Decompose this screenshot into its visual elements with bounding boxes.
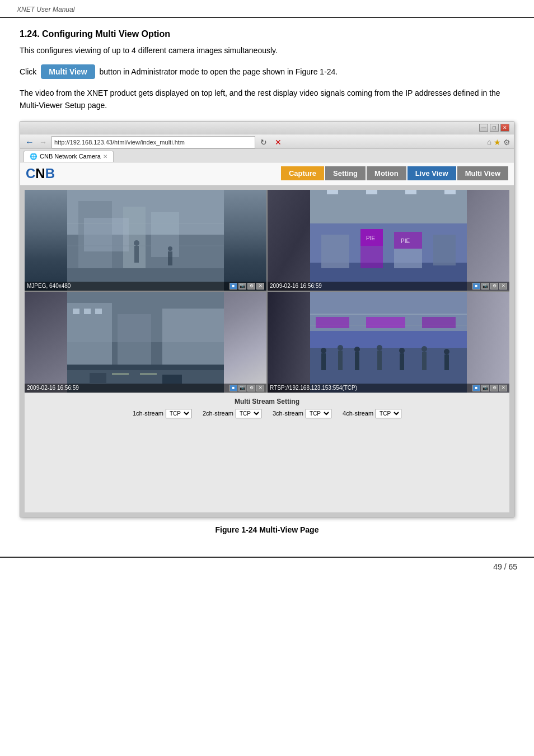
svg-rect-36 <box>95 309 102 314</box>
stream-controls: 1ch-stream TCP 2ch-stream TCP <box>30 409 504 418</box>
camera-image-4 <box>268 292 509 393</box>
stream-2-label: 2ch-stream <box>203 410 233 417</box>
multi-view-button[interactable]: Multi View <box>457 166 508 180</box>
back-button[interactable]: ← <box>24 136 36 148</box>
cam2-svg: PIE PIE <box>268 190 509 291</box>
stream-control-3: 3ch-stream TCP <box>273 409 331 418</box>
cam3-icon4[interactable]: ✕ <box>256 385 264 391</box>
svg-point-12 <box>168 246 172 251</box>
click-line: Click Multi View button in Administrator… <box>20 64 514 79</box>
stream-control-4: 4ch-stream TCP <box>343 409 401 418</box>
stream-4-label: 4ch-stream <box>343 410 373 417</box>
capture-button[interactable]: Capture <box>281 166 324 180</box>
body-text: The video from the XNET product gets dis… <box>20 87 514 112</box>
svg-rect-20 <box>321 235 349 268</box>
cam1-icon3[interactable]: ⚙ <box>247 283 255 290</box>
svg-point-53 <box>338 345 343 351</box>
camera-1-status-bar: MJPEG, 640x480 ■ 📷 ⚙ ✕ <box>25 282 266 291</box>
page-current: 49 <box>493 562 502 571</box>
camera-cell-3: 2009-02-16 16:56:59 ■ 📷 ⚙ ✕ <box>25 292 266 393</box>
section-description: This configures viewing of up to 4 diffe… <box>20 45 514 57</box>
svg-rect-6 <box>151 212 179 257</box>
cam1-icon2[interactable]: 📷 <box>238 283 246 290</box>
stream-4-select[interactable]: TCP <box>376 409 401 418</box>
svg-rect-17 <box>366 190 377 194</box>
svg-rect-34 <box>73 309 79 314</box>
camera-1-status: MJPEG, 640x480 <box>27 283 71 289</box>
cam4-icon1[interactable]: ■ <box>472 385 480 391</box>
motion-button[interactable]: Motion <box>367 166 406 180</box>
cam3-icon1[interactable]: ■ <box>229 385 237 391</box>
camera-3-timestamp: 2009-02-16 16:56:59 <box>27 385 79 391</box>
cam1-icon4[interactable]: ✕ <box>256 283 264 290</box>
cam2-icon2[interactable]: 📷 <box>481 283 489 290</box>
browser-window: — □ ✕ ← → ↻ ✕ ⌂ ★ ⚙ <box>20 121 514 517</box>
svg-rect-56 <box>377 351 382 370</box>
camera-3-status-bar: 2009-02-16 16:56:59 ■ 📷 ⚙ ✕ <box>25 384 266 393</box>
cam2-icon4[interactable]: ✕ <box>499 283 507 290</box>
svg-rect-40 <box>90 373 106 383</box>
multi-view-inline-button[interactable]: Multi View <box>41 64 95 79</box>
manual-title: XNET User Manual <box>17 6 74 13</box>
click-prefix: Click <box>20 66 36 78</box>
camera-4-status-bar: RTSP://192.168.123.153:554(TCP) ■ 📷 ⚙ ✕ <box>268 384 509 393</box>
cam3-icon3[interactable]: ⚙ <box>247 385 255 391</box>
stream-3-select[interactable]: TCP <box>306 409 331 418</box>
stream-control-1: 1ch-stream TCP <box>133 409 191 418</box>
cam2-icon1[interactable]: ■ <box>472 283 480 290</box>
svg-point-55 <box>354 347 360 352</box>
svg-point-57 <box>377 345 382 351</box>
cam3-icon2[interactable]: 📷 <box>238 385 246 391</box>
cam4-icon2[interactable]: 📷 <box>481 385 489 391</box>
svg-rect-5 <box>84 218 129 251</box>
stream-settings-title: Multi Stream Setting <box>30 398 504 405</box>
forward-button[interactable]: → <box>37 136 49 148</box>
svg-rect-33 <box>162 309 224 365</box>
svg-point-59 <box>399 348 405 353</box>
camera-grid: MJPEG, 640x480 ■ 📷 ⚙ ✕ <box>25 190 509 393</box>
svg-rect-9 <box>134 246 139 263</box>
footer: 49 / 65 <box>0 557 534 576</box>
stream-1-label: 1ch-stream <box>133 410 163 417</box>
cnb-logo: CNB <box>26 166 55 181</box>
header-bar: XNET User Manual <box>0 0 534 18</box>
camera-cell-2: PIE PIE 2009-02-16 16:56:59 ■ 📷 ⚙ <box>268 190 509 291</box>
page-wrapper: XNET User Manual 1.24. Configuring Multi… <box>0 0 534 756</box>
svg-rect-54 <box>355 352 359 370</box>
svg-rect-18 <box>405 190 416 194</box>
maximize-button[interactable]: □ <box>490 124 499 132</box>
tab-close-icon[interactable]: ✕ <box>103 153 107 160</box>
setting-button[interactable]: Setting <box>325 166 366 180</box>
logo-n: N <box>35 166 45 181</box>
camera-3-icons: ■ 📷 ⚙ ✕ <box>229 385 264 391</box>
cam4-icon3[interactable]: ⚙ <box>490 385 498 391</box>
browser-tab[interactable]: 🌐 CNB Network Camera ✕ <box>24 151 114 162</box>
minimize-button[interactable]: — <box>479 124 488 132</box>
cam1-icon1[interactable]: ■ <box>229 283 237 290</box>
live-view-button[interactable]: Live View <box>407 166 456 180</box>
svg-rect-16 <box>327 190 338 194</box>
svg-rect-38 <box>112 373 129 375</box>
svg-rect-23 <box>433 235 456 265</box>
svg-rect-32 <box>118 314 151 365</box>
cam2-icon3[interactable]: ⚙ <box>490 283 498 290</box>
camera-image-1 <box>25 190 266 291</box>
browser-right-icons: ⌂ ★ ⚙ <box>487 138 510 147</box>
logo-c: C <box>26 166 35 181</box>
camera-image-2: PIE PIE <box>268 190 509 291</box>
cam4-icon4[interactable]: ✕ <box>499 385 507 391</box>
svg-rect-58 <box>400 353 404 370</box>
cam3-svg <box>25 292 266 393</box>
close-button[interactable]: ✕ <box>500 124 509 132</box>
stream-2-select[interactable]: TCP <box>236 409 261 418</box>
svg-rect-41 <box>162 375 182 384</box>
address-bar[interactable] <box>51 136 255 148</box>
svg-text:PIE: PIE <box>366 235 375 241</box>
svg-rect-46 <box>316 317 349 328</box>
figure-caption: Figure 1-24 Multi-View Page <box>20 525 514 534</box>
tab-bar: 🌐 CNB Network Camera ✕ <box>20 149 514 162</box>
stop-button[interactable]: ✕ <box>272 136 284 148</box>
refresh-button[interactable]: ↻ <box>257 136 270 148</box>
stream-1-select[interactable]: TCP <box>166 409 191 418</box>
section-heading: Configuring Multi View Option <box>42 29 170 39</box>
